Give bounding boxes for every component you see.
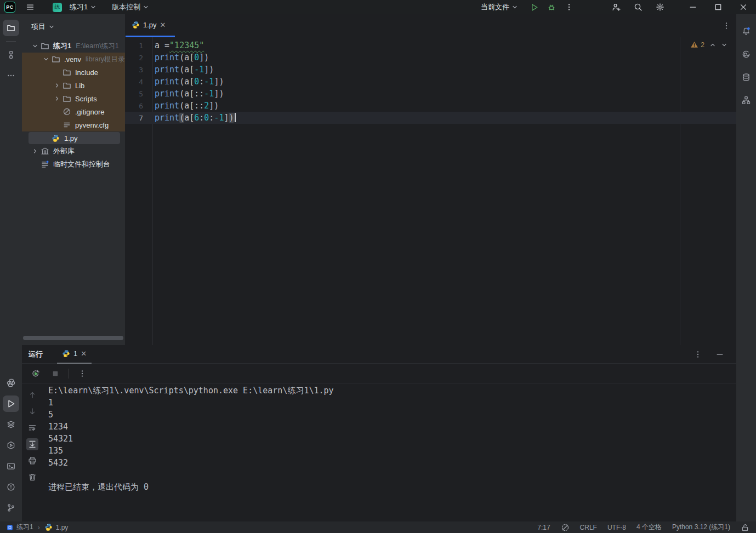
tree-item[interactable]: 临时文件和控制台: [22, 158, 125, 171]
rerun-button[interactable]: [29, 367, 42, 380]
project-tool-button[interactable]: [3, 20, 19, 36]
code-line[interactable]: 2print(a[0]): [125, 51, 736, 64]
text-cursor: [235, 113, 236, 122]
chevron-right-icon[interactable]: [52, 95, 62, 102]
hierarchy-tool-button[interactable]: [738, 92, 754, 108]
close-run-tab-icon[interactable]: ✕: [81, 350, 87, 357]
next-problem-button[interactable]: [721, 42, 727, 48]
ai-icon: [742, 50, 751, 59]
tree-item[interactable]: Lib: [22, 79, 125, 92]
hamburger-icon: [26, 3, 35, 12]
tree-item-secondary: E:\learn\练习1: [76, 42, 119, 51]
warning-icon: [690, 41, 698, 49]
line-number: 1: [125, 42, 152, 50]
chevron-down-icon[interactable]: [30, 43, 41, 49]
chevron-right-icon[interactable]: [52, 82, 62, 89]
structure-tool-button[interactable]: [3, 47, 19, 63]
code-line[interactable]: 3print(a[-1]): [125, 64, 736, 76]
down-stacktrace-button[interactable]: [26, 405, 38, 417]
tree-item[interactable]: 外部库: [22, 145, 125, 158]
chevron-down-icon[interactable]: [41, 56, 52, 62]
inspections-widget[interactable]: [561, 523, 570, 532]
print-button[interactable]: [26, 455, 38, 467]
stop-button[interactable]: [49, 367, 62, 380]
line-separator[interactable]: CRLF: [580, 524, 597, 531]
tree-item[interactable]: .gitignore: [22, 105, 125, 118]
python-interpreter[interactable]: Python 3.12 (练习1): [672, 523, 730, 532]
code-line[interactable]: 1a ="12345": [125, 39, 736, 51]
debug-button[interactable]: [544, 1, 559, 13]
breadcrumb: 练习1›1.py: [7, 523, 68, 532]
token-plain: :: [199, 113, 204, 123]
python-console-tool-button[interactable]: [3, 375, 19, 391]
project-panel-header[interactable]: 项目: [22, 14, 125, 39]
more-tool-windows-button[interactable]: [3, 67, 19, 84]
token-num: 0: [194, 77, 199, 87]
notifications-button[interactable]: [738, 23, 754, 39]
code-text: print(a[0:-1]): [152, 77, 224, 87]
services-tool-button[interactable]: [3, 416, 19, 433]
hierarchy-icon: [742, 96, 751, 105]
run-button[interactable]: [527, 1, 541, 13]
run-tab[interactable]: 1 ✕: [57, 345, 92, 364]
token-plain: ]): [204, 65, 214, 74]
code-line[interactable]: 5print(a[::-1]): [125, 88, 736, 100]
soft-wrap-button[interactable]: [26, 422, 38, 434]
version-control-tool-button[interactable]: [3, 500, 19, 516]
tree-item-secondary: library根目录: [86, 55, 125, 64]
problems-tool-button[interactable]: [3, 479, 19, 495]
console-more-button[interactable]: [76, 367, 89, 380]
breadcrumb-label[interactable]: 1.py: [56, 524, 69, 531]
up-stacktrace-button[interactable]: [26, 389, 38, 401]
breadcrumb-label[interactable]: 练习1: [16, 523, 33, 532]
tab-options-button[interactable]: [722, 21, 731, 30]
run-config-selector[interactable]: 当前文件: [481, 2, 518, 12]
scratches-icon: [41, 160, 50, 169]
run-toolbar: [22, 364, 736, 383]
code-editor-area[interactable]: 1a ="12345"2print(a[0])3print(a[-1])4pri…: [125, 37, 736, 345]
tree-item[interactable]: 1.py: [22, 131, 125, 145]
python-packages-tool-button[interactable]: [3, 437, 19, 454]
inspection-widget[interactable]: 2: [690, 41, 727, 49]
write-access-lock[interactable]: [741, 523, 749, 532]
prev-problem-button[interactable]: [709, 42, 716, 48]
settings-button[interactable]: [653, 1, 667, 13]
code-text: print(a[::-1]): [152, 89, 224, 99]
run-console-output[interactable]: E:\learn\练习1\.venv\Scripts\python.exe E:…: [43, 383, 736, 521]
run-panel-options-button[interactable]: [691, 348, 704, 361]
tree-item[interactable]: Include: [22, 66, 125, 79]
warning-count: 2: [701, 41, 704, 49]
code-line[interactable]: 7print(a[6:0:-1]): [125, 112, 736, 124]
close-tab-icon[interactable]: ✕: [160, 21, 166, 28]
terminal-tool-button[interactable]: [3, 458, 19, 474]
tree-item[interactable]: Scripts: [22, 92, 125, 105]
tree-item[interactable]: .venvlibrary根目录: [22, 53, 125, 66]
caret-position[interactable]: 7:17: [537, 524, 550, 531]
file-encoding[interactable]: UTF-8: [607, 524, 626, 531]
clear-console-button[interactable]: [26, 471, 38, 483]
search-everywhere-button[interactable]: [631, 1, 645, 13]
vcs-menu[interactable]: 版本控制: [112, 2, 149, 12]
code-line[interactable]: 4print(a[0:-1]): [125, 76, 736, 88]
code-with-me-button[interactable]: [609, 1, 623, 13]
window-minimize-button[interactable]: [680, 0, 706, 14]
code-line[interactable]: 6print(a[::2]): [125, 100, 736, 112]
window-maximize-button[interactable]: [706, 0, 731, 14]
python-outline-icon: [7, 379, 15, 387]
database-tool-button[interactable]: [738, 69, 754, 85]
more-run-actions-button[interactable]: [562, 1, 576, 13]
main-menu-button[interactable]: [23, 1, 37, 13]
ai-assistant-button[interactable]: [738, 46, 754, 62]
project-selector[interactable]: 练习1: [70, 2, 96, 12]
tree-item[interactable]: pyvenv.cfg: [22, 118, 125, 131]
hide-panel-button[interactable]: [713, 348, 726, 361]
run-tool-button[interactable]: [3, 396, 19, 412]
editor-tab[interactable]: 1.py ✕: [126, 14, 175, 37]
scroll-to-end-button[interactable]: [26, 438, 38, 450]
tree-item[interactable]: 练习1E:\learn\练习1: [22, 39, 125, 53]
play-icon: [530, 3, 539, 12]
chevron-right-icon[interactable]: [30, 148, 41, 154]
horizontal-scrollbar[interactable]: [23, 336, 123, 340]
window-close-button[interactable]: [731, 0, 756, 14]
indent-style[interactable]: 4 个空格: [636, 523, 662, 532]
